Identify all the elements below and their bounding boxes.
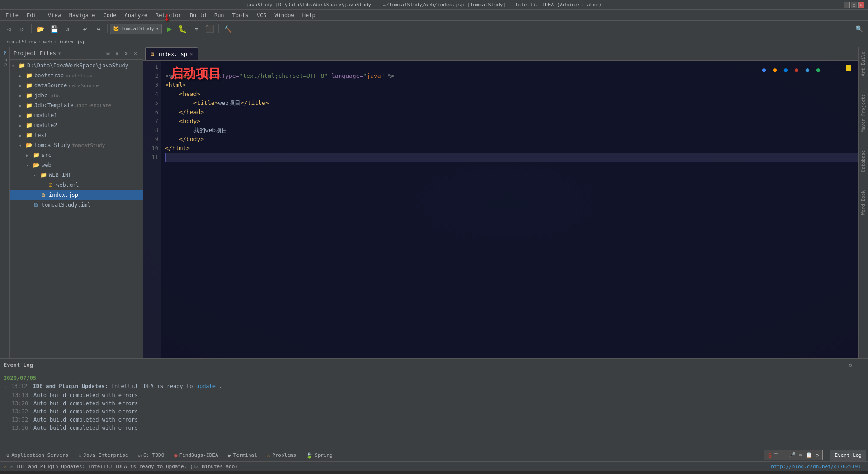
tree-label: D:\Data\IdeaWorkSpace\javaStudy (27, 62, 128, 69)
database-tab[interactable]: Database (861, 150, 866, 172)
breadcrumb-indexjsp[interactable]: index.jsp (59, 39, 86, 45)
java-enterprise-icon: ☕ (78, 452, 81, 459)
tab-close-button[interactable]: ✕ (190, 51, 193, 57)
tree-item-src[interactable]: ▶ 📁 src (10, 150, 143, 160)
tree-item-indexjsp[interactable]: ▶ 🗎 index.jsp (10, 190, 143, 200)
minimize-panel-button[interactable]: ─ (856, 361, 864, 369)
edge-icon[interactable]: ● (781, 65, 790, 74)
log-time-4: 13:32 (12, 408, 30, 415)
code-line-3: <html> (165, 81, 858, 90)
build-button[interactable]: 🔨 (221, 23, 234, 35)
browser5-icon[interactable]: ● (803, 65, 812, 74)
settings-icon[interactable]: ⚙ (846, 361, 854, 369)
tree-item-datasource[interactable]: ▶ 📁 dataSource dataSource (10, 81, 143, 90)
tree-item-jdbctemplate[interactable]: ▶ 📁 JdbcTemplate JdbcTemplate (10, 100, 143, 110)
menu-item-window[interactable]: Window (271, 11, 297, 19)
status-message[interactable]: ⚠ IDE and Plugin Updates: IntelliJ IDEA … (10, 464, 238, 469)
menu-item-edit[interactable]: Edit (23, 11, 43, 19)
event-log-title: Event Log (4, 362, 33, 368)
menu-item-navigate[interactable]: Navigate (66, 11, 99, 19)
tab-application-servers[interactable]: ⚙ Application Servers (2, 450, 73, 461)
tab-todo[interactable]: ☑ 6: TODO (134, 450, 169, 461)
firefox-icon[interactable]: ● (770, 65, 779, 74)
log-msg-3: Auto build completed with errors (33, 400, 864, 407)
event-log-content: 2020/07/05 ☑ 13:12 IDE and Plugin Update… (0, 371, 868, 449)
tree-item-webinf[interactable]: ▾ 📁 WEB-INF (10, 170, 143, 180)
tab-label: Problems (272, 452, 296, 458)
menu-item-help[interactable]: Help (299, 11, 319, 19)
sync-button[interactable]: ↺ (61, 23, 74, 35)
forward-button[interactable]: ▷ (16, 23, 29, 35)
project-tool-button[interactable]: P (1, 49, 9, 57)
menu-item-vcs[interactable]: VCS (253, 11, 270, 19)
browser6-icon[interactable]: ● (814, 65, 823, 74)
open-file-button[interactable]: 📂 (34, 23, 47, 35)
minimize-button[interactable]: ─ (844, 2, 850, 8)
tab-spring[interactable]: 🍃 Spring (302, 450, 337, 461)
debug-button[interactable]: 🐛 (176, 23, 189, 35)
coverage-button[interactable]: ☂ (190, 23, 203, 35)
tree-item-bootstrap[interactable]: ▶ 📁 bootstrap bootstrap (10, 71, 143, 81)
tab-java-enterprise[interactable]: ☕ Java Enterprise (74, 450, 133, 461)
tree-item-iml[interactable]: ▶ 🗎 tomcatStudy.iml (10, 200, 143, 210)
tree-item-jdbc[interactable]: ▶ 📁 jdbc jdbc (10, 90, 143, 100)
tab-event-log[interactable]: Event Log (830, 450, 866, 461)
toggle-icon: ▾ (19, 143, 24, 148)
tab-findbugs[interactable]: ● FindBugs-IDEA (170, 450, 222, 461)
tree-item-root[interactable]: ▾ 📁 D:\Data\IdeaWorkSpace\javaStudy (10, 61, 143, 71)
ime-bar[interactable]: S 中·· 🎤 ⌨ 📋 ⚙ (764, 450, 823, 460)
breadcrumb-web[interactable]: web (43, 39, 52, 45)
ie-icon[interactable]: ● (792, 65, 801, 74)
save-button[interactable]: 💾 (47, 23, 60, 35)
sep3 (107, 24, 108, 33)
tree-item-webxml[interactable]: ▶ 🗎 web.xml (10, 180, 143, 190)
search-everywhere-button[interactable]: 🔍 (853, 23, 865, 35)
tree-item-test[interactable]: ▶ 📁 test (10, 130, 143, 140)
log-time-2: 13:13 (12, 392, 30, 398)
menu-item-analyze[interactable]: Analyze (121, 11, 151, 19)
menu-item-tools[interactable]: Tools (229, 11, 252, 19)
settings-button[interactable]: ⚙ (122, 49, 130, 57)
tab-problems[interactable]: ⚠ Problems (263, 450, 301, 461)
undo-button[interactable]: ↩ (79, 23, 91, 35)
update-link[interactable]: update (196, 383, 216, 389)
tree-label: jdbc (34, 92, 47, 99)
maximize-button[interactable]: □ (851, 2, 857, 8)
ant-build-tab[interactable]: Ant Build (861, 52, 866, 76)
menu-item-refactor[interactable]: Refactor (152, 11, 185, 19)
code-editor: 1 2 3 4 5 6 7 8 9 10 11 <%@ page content… (143, 61, 868, 358)
menu-item-build[interactable]: Build (186, 11, 210, 19)
collapse-all-button[interactable]: ⊟ (104, 49, 112, 57)
run-config-selector[interactable]: 🐱 TomcatStudy ▾ (110, 24, 162, 34)
tree-item-module2[interactable]: ▶ 📁 module2 (10, 120, 143, 130)
menu-item-run[interactable]: Run (211, 11, 228, 19)
back-button[interactable]: ◁ (3, 23, 15, 35)
folder-icon: 📁 (25, 112, 33, 119)
tree-item-module1[interactable]: ▶ 📁 module1 (10, 110, 143, 120)
menu-item-view[interactable]: View (44, 11, 65, 19)
tree-label: tomcatStudy.iml (42, 202, 90, 208)
word-book-tab[interactable]: Word Book (861, 190, 866, 215)
scroll-to-button[interactable]: ⊕ (113, 49, 121, 57)
project-panel-title: Project Files (14, 50, 56, 57)
code-content[interactable]: <%@ page contentType="text/html;charset=… (161, 61, 862, 358)
tab-terminal[interactable]: ▶ Terminal (224, 450, 262, 461)
tree-item-web[interactable]: ▾ 📂 web (10, 160, 143, 170)
menu-item-file[interactable]: File (2, 11, 22, 19)
status-bar: ⚠ ⚠ IDE and Plugin Updates: IntelliJ IDE… (0, 461, 868, 471)
log-entry-6: 13:36 Auto build completed with errors (4, 424, 864, 432)
log-date: 2020/07/05 (4, 375, 864, 381)
redo-button[interactable]: ↪ (92, 23, 105, 35)
structure-tool-button[interactable]: Z-S (1, 58, 9, 66)
tab-indexjsp[interactable]: 🗎 index.jsp ✕ (145, 47, 198, 60)
line-numbers: 1 2 3 4 5 6 7 8 9 10 11 (143, 61, 161, 358)
chrome-icon[interactable]: ● (760, 65, 769, 74)
run-button[interactable]: ▶ (163, 23, 175, 35)
stop-button[interactable]: ⬛ (203, 23, 216, 35)
breadcrumb-tomcatstudy[interactable]: tomcatStudy (4, 39, 37, 45)
maven-projects-tab[interactable]: Maven Projects (861, 94, 866, 132)
menu-item-code[interactable]: Code (100, 11, 120, 19)
close-button[interactable]: ✕ (858, 2, 864, 8)
tree-item-tomcatstudy[interactable]: ▾ 📂 tomcatStudy tomcatStudy (10, 140, 143, 150)
hide-button[interactable]: ✕ (131, 49, 139, 57)
